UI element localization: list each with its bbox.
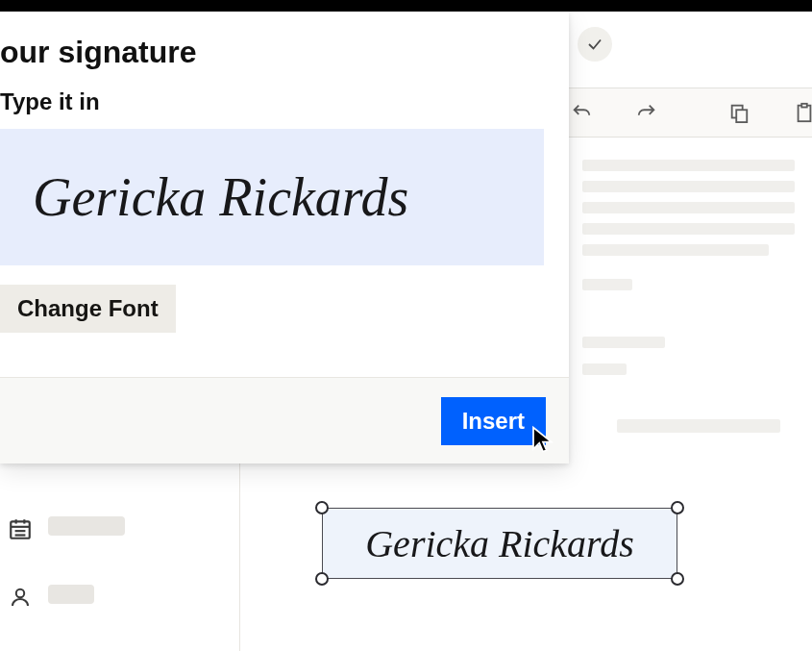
undo-icon — [571, 102, 592, 123]
svg-point-10 — [16, 589, 24, 597]
copy-icon — [728, 102, 750, 123]
svg-rect-1 — [736, 110, 747, 122]
resize-handle-bottom-left[interactable] — [315, 572, 329, 586]
redo-icon — [636, 102, 657, 123]
placed-signature-text: Gericka Rickards — [365, 521, 634, 566]
signature-dialog: our signature Type it in Gericka Rickard… — [0, 12, 569, 463]
signature-input[interactable]: Gericka Rickards — [0, 129, 544, 265]
document-placeholder-short — [582, 279, 632, 290]
svg-rect-3 — [801, 104, 807, 108]
tool-label-placeholder — [48, 585, 94, 604]
resize-handle-bottom-right[interactable] — [671, 572, 684, 586]
document-placeholder-lines — [582, 160, 795, 265]
resize-handle-top-right[interactable] — [671, 501, 684, 514]
redo-button[interactable] — [636, 102, 657, 123]
document-placeholder-short — [617, 419, 780, 433]
vertical-divider — [239, 462, 240, 651]
document-placeholder-short — [582, 337, 665, 348]
signer-tool-button[interactable] — [6, 583, 35, 612]
window-letterbox — [0, 0, 812, 12]
date-tool-button[interactable] — [6, 514, 35, 543]
paste-icon — [794, 102, 812, 123]
left-tool-rail — [0, 462, 43, 651]
confirm-button[interactable] — [578, 27, 612, 62]
insert-button[interactable]: Insert — [441, 397, 546, 445]
check-icon — [586, 36, 603, 53]
dialog-footer: Insert — [0, 377, 569, 463]
person-icon — [9, 586, 32, 609]
editor-top-toolbar — [550, 88, 812, 138]
resize-handle-top-left[interactable] — [315, 501, 329, 514]
dialog-title: our signature — [0, 35, 196, 70]
undo-button[interactable] — [571, 102, 592, 123]
dialog-subtitle: Type it in — [0, 88, 100, 115]
copy-button[interactable] — [728, 102, 750, 123]
placed-signature-object[interactable]: Gericka Rickards — [322, 508, 677, 579]
date-icon — [8, 516, 33, 541]
paste-button[interactable] — [794, 102, 812, 123]
change-font-button[interactable]: Change Font — [0, 285, 176, 333]
tool-label-placeholder — [48, 516, 125, 536]
document-placeholder-short — [582, 363, 627, 375]
signature-input-text: Gericka Rickards — [33, 166, 408, 228]
